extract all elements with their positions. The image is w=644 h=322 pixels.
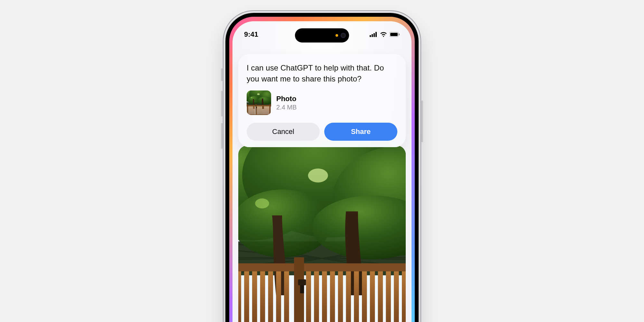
siri-glow-rim: 9:41 xyxy=(229,17,415,322)
svg-rect-37 xyxy=(370,35,371,37)
svg-rect-39 xyxy=(374,33,375,37)
screen: 9:41 xyxy=(232,21,412,322)
wifi-icon xyxy=(380,32,387,37)
status-time: 9:41 xyxy=(244,30,258,39)
svg-rect-38 xyxy=(372,34,373,37)
volume-down-button[interactable] xyxy=(221,123,223,149)
dynamic-island[interactable] xyxy=(295,28,349,43)
volume-up-button[interactable] xyxy=(221,91,223,117)
background-photo[interactable] xyxy=(238,146,406,322)
svg-rect-43 xyxy=(399,33,400,35)
front-camera-icon xyxy=(341,33,346,38)
privacy-indicator-icon xyxy=(336,34,338,37)
svg-rect-42 xyxy=(390,33,398,36)
cancel-button[interactable]: Cancel xyxy=(247,123,320,141)
power-button[interactable] xyxy=(421,100,423,142)
cellular-icon xyxy=(370,32,377,37)
phone-bezel: 9:41 xyxy=(225,13,419,322)
share-button[interactable]: Share xyxy=(324,123,397,141)
attachment-thumbnail xyxy=(247,90,271,115)
phone-frame: 9:41 xyxy=(223,10,421,322)
attachment-row[interactable]: Photo 2.4 MB xyxy=(247,90,397,115)
prompt-message: I can use ChatGPT to help with that. Do … xyxy=(247,62,397,84)
mute-switch[interactable] xyxy=(221,68,223,81)
battery-icon xyxy=(390,32,400,37)
svg-rect-40 xyxy=(375,32,377,37)
attachment-name: Photo xyxy=(276,95,297,103)
attachment-size: 2.4 MB xyxy=(276,104,297,111)
share-prompt-card: I can use ChatGPT to help with that. Do … xyxy=(238,54,406,147)
